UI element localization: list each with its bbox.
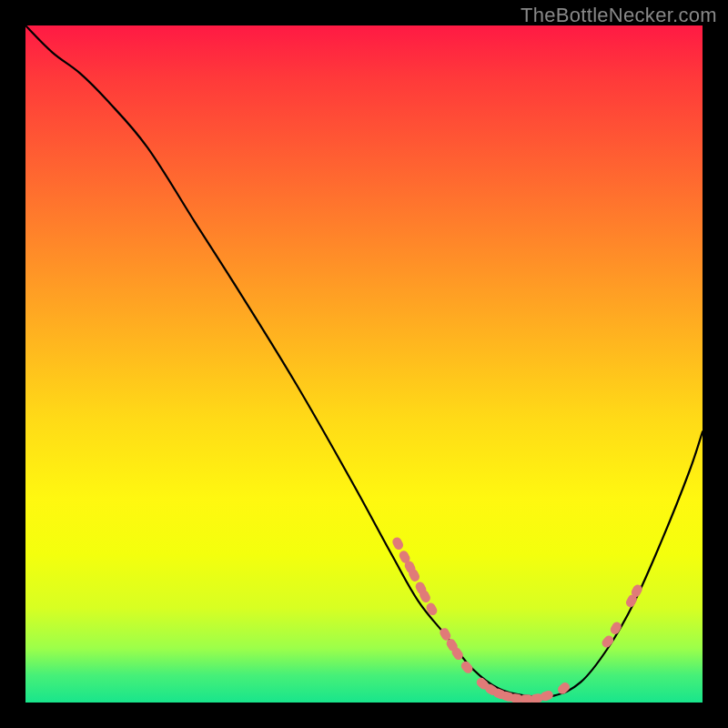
curve-marker (425, 602, 439, 617)
curve-marker (609, 621, 623, 636)
watermark-text: TheBottleNecker.com (521, 4, 717, 27)
curve-marker (460, 660, 475, 675)
curve-marker (391, 536, 405, 551)
bottleneck-curve (25, 25, 703, 697)
chart-svg (25, 25, 703, 703)
curve-markers-group (391, 536, 644, 703)
curve-marker (600, 633, 615, 649)
plot-area (25, 25, 703, 703)
